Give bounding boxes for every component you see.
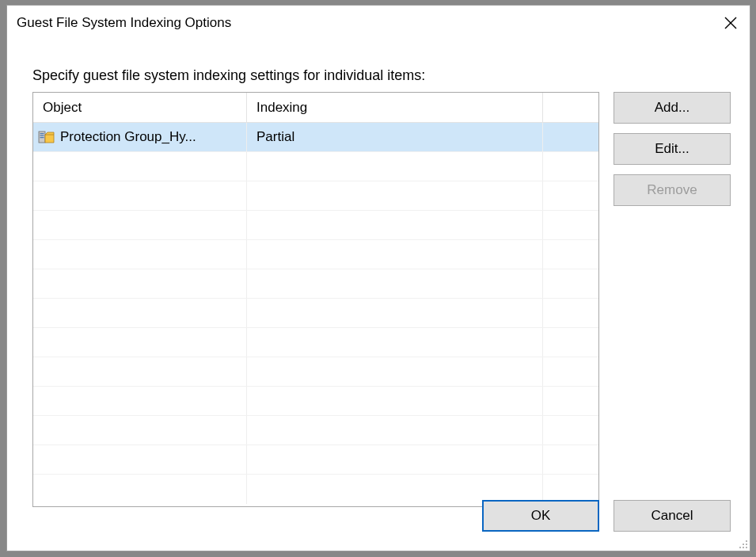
- table-row[interactable]: [33, 416, 598, 445]
- close-button[interactable]: [712, 6, 750, 40]
- svg-point-6: [746, 540, 747, 542]
- table-body: Protection Group_Hy... Partial: [33, 123, 598, 506]
- dialog-window: Guest File System Indexing Options Speci…: [6, 5, 750, 551]
- svg-rect-5: [40, 137, 44, 138]
- svg-rect-4: [40, 135, 44, 136]
- column-header-extra: [543, 93, 598, 122]
- table-row[interactable]: [33, 328, 598, 357]
- table-row[interactable]: [33, 387, 598, 416]
- table-row[interactable]: [33, 299, 598, 328]
- dialog-title: Guest File System Indexing Options: [17, 15, 231, 31]
- cell-object-text: Protection Group_Hy...: [60, 129, 196, 145]
- table-row[interactable]: [33, 357, 598, 387]
- table-row[interactable]: [33, 269, 598, 299]
- edit-button[interactable]: Edit...: [614, 133, 731, 165]
- table-row[interactable]: [33, 240, 598, 269]
- table-row[interactable]: [33, 445, 598, 475]
- dialog-content: Specify guest file system indexing setti…: [7, 40, 750, 507]
- svg-rect-3: [40, 133, 44, 134]
- column-header-indexing[interactable]: Indexing: [247, 93, 543, 122]
- table-row[interactable]: Protection Group_Hy... Partial: [33, 123, 598, 152]
- table-header: Object Indexing: [33, 93, 598, 123]
- table-row[interactable]: [33, 211, 598, 240]
- remove-button: Remove: [614, 174, 731, 206]
- svg-point-7: [743, 544, 744, 545]
- main-row: Object Indexing: [32, 92, 731, 507]
- close-icon: [724, 17, 737, 29]
- cell-object: Protection Group_Hy...: [33, 123, 247, 151]
- titlebar: Guest File System Indexing Options: [7, 6, 750, 40]
- table-row[interactable]: [33, 181, 598, 211]
- svg-point-11: [746, 547, 747, 548]
- side-buttons: Add... Edit... Remove: [614, 92, 731, 507]
- resize-grip-icon[interactable]: [735, 536, 748, 549]
- column-header-object[interactable]: Object: [33, 93, 247, 122]
- dialog-footer: OK Cancel: [482, 500, 731, 532]
- add-button[interactable]: Add...: [614, 92, 731, 124]
- ok-button[interactable]: OK: [482, 500, 599, 532]
- protection-group-icon: [38, 128, 55, 146]
- table-row[interactable]: [33, 152, 598, 181]
- items-table: Object Indexing: [32, 92, 599, 507]
- svg-point-8: [746, 544, 747, 545]
- svg-point-10: [743, 547, 744, 548]
- cell-extra: [543, 123, 598, 151]
- cancel-button[interactable]: Cancel: [614, 500, 731, 532]
- instruction-text: Specify guest file system indexing setti…: [32, 67, 731, 84]
- svg-point-9: [739, 547, 741, 548]
- cell-indexing-text: Partial: [256, 129, 294, 145]
- cell-indexing: Partial: [247, 123, 543, 151]
